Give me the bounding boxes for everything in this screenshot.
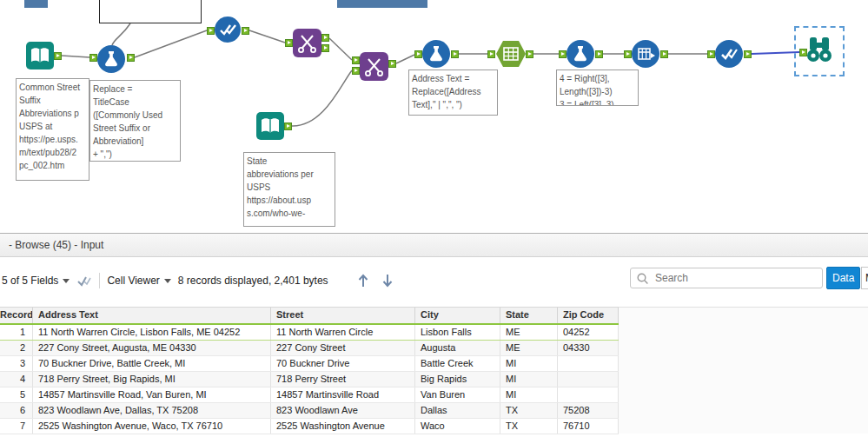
cell-state[interactable]: MI [500,372,558,387]
input-anchor[interactable] [707,50,715,58]
text-to-columns-tool-2[interactable] [360,52,388,81]
partial-tool-container-2[interactable] [337,0,427,8]
annotation-note[interactable]: Address Text = Replace([Address Text]," … [408,70,498,116]
join-tool[interactable] [632,40,659,68]
column-header-zip-code[interactable]: Zip Code [558,308,619,323]
cell-zip[interactable]: 04252 [558,325,619,340]
cell-city[interactable]: Waco [415,419,500,434]
table-row[interactable]: 5 14857 Martinsville Road, Van Buren, MI… [0,387,619,403]
cell-state[interactable]: ME [500,341,558,355]
output-anchor[interactable] [595,50,603,58]
metadata-view-button[interactable]: M [861,267,868,289]
input-anchor[interactable] [799,49,807,56]
cell-address-text[interactable]: 70 Buckner Drive, Battle Creek, MI [33,356,271,371]
output-anchor[interactable] [127,54,135,62]
cell-address-text[interactable]: 718 Perry Street, Big Rapids, MI [33,372,271,387]
annotation-note[interactable]: Replace = TitleCase ([Commonly Used Stre… [89,80,181,162]
input-anchor[interactable] [89,54,97,62]
annotation-note[interactable]: 4 = Right([3], Length([3])-3) 3 = Left([… [556,70,639,106]
cell-street[interactable]: 14857 Martinsville Road [271,387,415,402]
text-input-tool-2[interactable] [256,112,284,140]
column-header-street[interactable]: Street [271,308,415,323]
cell-state[interactable]: MI [500,356,558,371]
input-anchor[interactable] [352,67,360,75]
annotation-note[interactable]: State abbreviations per USPS https://abo… [243,152,335,227]
cell-city[interactable]: Augusta [415,341,500,355]
input-anchor[interactable] [352,56,360,64]
cell-address-text[interactable]: 227 Cony Street, Augusta, ME 04330 [33,341,271,355]
cell-zip[interactable] [558,372,619,387]
table-row[interactable]: 1 11 North Warren Circle, Lisbon Falls, … [0,325,619,341]
formula-tool[interactable] [97,45,125,73]
cell-zip[interactable] [558,387,619,402]
output-anchor[interactable] [451,50,459,58]
formula-tool-3[interactable] [567,40,594,68]
text-to-columns-tool[interactable] [293,29,321,57]
output-anchor[interactable] [242,27,249,35]
output-anchor[interactable] [744,50,752,58]
output-anchor[interactable] [284,122,292,130]
cell-city[interactable]: Dallas [415,403,500,418]
cell-record[interactable]: 3 [0,356,33,371]
cell-record[interactable]: 7 [0,419,33,434]
table-row[interactable]: 3 70 Buckner Drive, Battle Creek, MI 70 … [0,356,619,372]
cell-viewer-dropdown[interactable]: Cell Viewer [107,275,170,287]
input-anchor[interactable] [624,50,632,58]
input-anchor[interactable] [285,39,293,47]
cell-city[interactable]: Lisbon Falls [415,325,500,340]
search-input[interactable] [653,271,813,285]
annotation-note[interactable]: Common Street Suffix Abbreviations p USP… [16,78,89,181]
output-anchor[interactable] [54,52,62,60]
connection-wire[interactable] [62,56,89,57]
summarize-tool[interactable] [495,40,527,68]
cell-zip[interactable]: 04330 [558,341,619,355]
scroll-down-button[interactable] [379,271,396,290]
output-anchor[interactable] [526,50,533,58]
cell-city[interactable]: Big Rapids [415,372,500,387]
fields-dropdown[interactable]: 5 of 5 Fields [2,275,70,287]
connection-wire[interactable] [112,23,130,45]
results-panel-header[interactable]: - Browse (45) - Input [0,234,868,257]
scroll-up-button[interactable] [354,271,372,290]
cell-street[interactable]: 823 Woodlawn Ave [271,403,415,418]
output-anchor[interactable] [660,50,668,58]
connection-wire[interactable] [249,30,285,43]
formula-tool-2[interactable] [422,40,450,68]
unique-tool[interactable] [215,17,241,43]
cell-state[interactable]: TX [500,419,558,434]
cell-street[interactable]: 2525 Washington Avenue [271,419,415,434]
table-row[interactable]: 2 227 Cony Street, Augusta, ME 04330 227… [0,341,619,356]
connection-wire[interactable] [396,55,414,63]
input-anchor[interactable] [414,50,422,58]
connection-wire[interactable] [135,30,207,57]
unique-tool-2[interactable] [715,40,743,68]
table-row[interactable]: 4 718 Perry Street, Big Rapids, MI 718 P… [0,372,619,387]
cell-address-text[interactable]: 11 North Warren Circle, Lisbon Falls, ME… [33,325,271,340]
cell-street[interactable]: 718 Perry Street [271,372,415,387]
cell-state[interactable]: MI [500,387,558,402]
cell-address-text[interactable]: 2525 Washington Avenue, Waco, TX 76710 [33,419,271,434]
cell-record[interactable]: 4 [0,372,33,387]
cell-record[interactable]: 1 [0,325,33,340]
input-anchor[interactable] [559,50,567,58]
cell-street[interactable]: 227 Cony Street [271,341,415,355]
partial-tool-container[interactable] [24,0,48,8]
column-header-city[interactable]: City [415,308,500,323]
cell-zip[interactable] [558,356,619,371]
partial-tool-container-box[interactable] [99,0,202,23]
text-input-tool[interactable] [26,42,54,70]
input-anchor[interactable] [487,50,495,58]
browse-tool[interactable] [802,33,837,68]
data-view-button[interactable]: Data [826,267,860,289]
apply-check-icon[interactable] [76,275,92,287]
cell-street[interactable]: 11 North Warren Circle [271,325,415,340]
cell-zip[interactable]: 76710 [558,419,619,434]
cell-record[interactable]: 6 [0,403,33,418]
input-anchor[interactable] [207,27,215,35]
cell-state[interactable]: ME [500,325,558,340]
cell-address-text[interactable]: 823 Woodlawn Ave, Dallas, TX 75208 [33,403,271,418]
cell-zip[interactable]: 75208 [558,403,619,418]
output-anchor[interactable] [321,34,329,42]
cell-city[interactable]: Battle Creek [415,356,500,371]
selected-connection-wire[interactable] [752,52,799,54]
